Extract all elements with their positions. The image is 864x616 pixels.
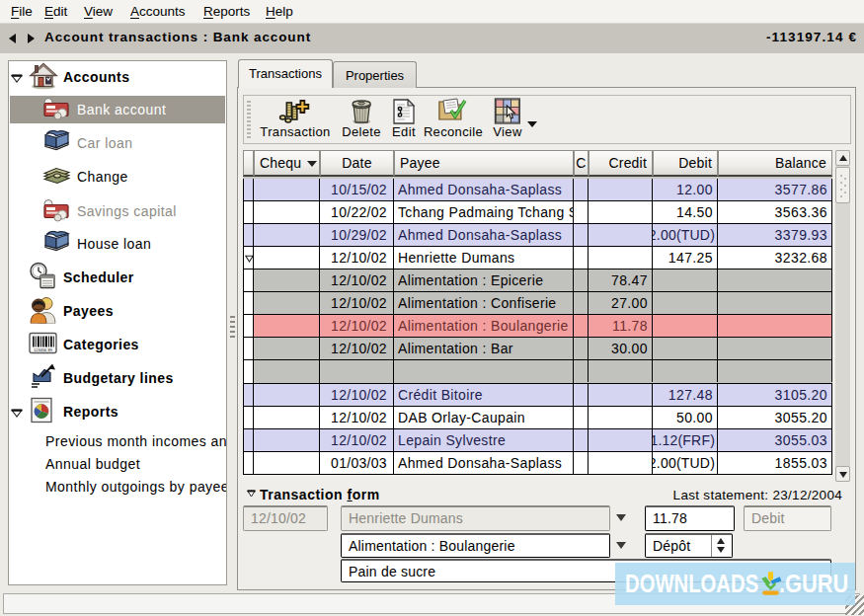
svg-text:123456 89: 123456 89 [34, 347, 53, 352]
